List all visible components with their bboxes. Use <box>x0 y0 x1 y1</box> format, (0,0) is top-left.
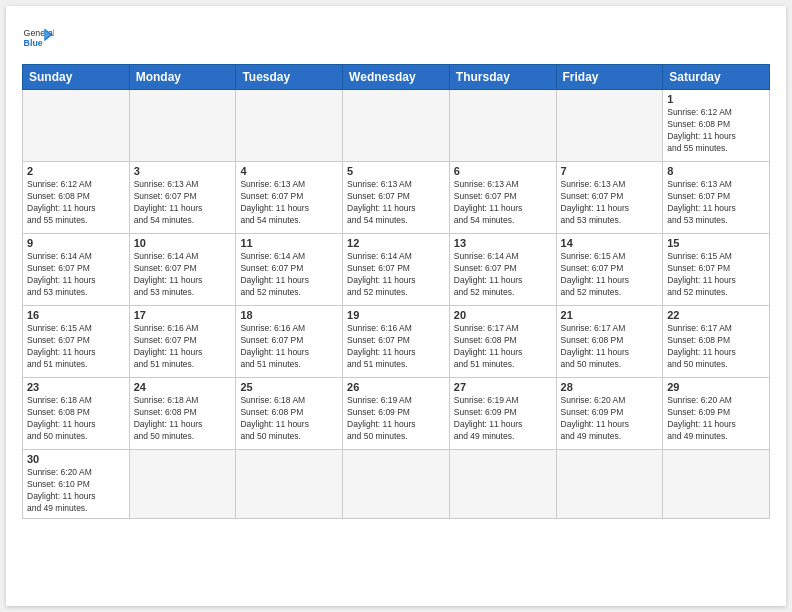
calendar-cell: 29Sunrise: 6:20 AM Sunset: 6:09 PM Dayli… <box>663 378 770 450</box>
day-number: 9 <box>27 237 125 249</box>
calendar-cell <box>556 90 663 162</box>
day-number: 18 <box>240 309 338 321</box>
calendar-cell <box>343 450 450 519</box>
day-info: Sunrise: 6:14 AM Sunset: 6:07 PM Dayligh… <box>347 251 445 299</box>
day-number: 3 <box>134 165 232 177</box>
calendar-cell: 13Sunrise: 6:14 AM Sunset: 6:07 PM Dayli… <box>449 234 556 306</box>
calendar-cell: 16Sunrise: 6:15 AM Sunset: 6:07 PM Dayli… <box>23 306 130 378</box>
day-info: Sunrise: 6:20 AM Sunset: 6:09 PM Dayligh… <box>561 395 659 443</box>
calendar-cell <box>449 90 556 162</box>
calendar-cell: 15Sunrise: 6:15 AM Sunset: 6:07 PM Dayli… <box>663 234 770 306</box>
calendar-cell <box>236 90 343 162</box>
calendar-cell <box>663 450 770 519</box>
calendar-cell <box>343 90 450 162</box>
day-info: Sunrise: 6:17 AM Sunset: 6:08 PM Dayligh… <box>667 323 765 371</box>
calendar-week-row: 16Sunrise: 6:15 AM Sunset: 6:07 PM Dayli… <box>23 306 770 378</box>
logo-icon: General Blue <box>22 22 54 54</box>
calendar-week-row: 1Sunrise: 6:12 AM Sunset: 6:08 PM Daylig… <box>23 90 770 162</box>
calendar-cell: 17Sunrise: 6:16 AM Sunset: 6:07 PM Dayli… <box>129 306 236 378</box>
day-info: Sunrise: 6:19 AM Sunset: 6:09 PM Dayligh… <box>454 395 552 443</box>
calendar-cell: 9Sunrise: 6:14 AM Sunset: 6:07 PM Daylig… <box>23 234 130 306</box>
day-info: Sunrise: 6:14 AM Sunset: 6:07 PM Dayligh… <box>240 251 338 299</box>
calendar-cell: 21Sunrise: 6:17 AM Sunset: 6:08 PM Dayli… <box>556 306 663 378</box>
calendar-cell: 18Sunrise: 6:16 AM Sunset: 6:07 PM Dayli… <box>236 306 343 378</box>
day-info: Sunrise: 6:18 AM Sunset: 6:08 PM Dayligh… <box>27 395 125 443</box>
svg-text:Blue: Blue <box>24 38 43 48</box>
day-info: Sunrise: 6:18 AM Sunset: 6:08 PM Dayligh… <box>134 395 232 443</box>
day-number: 10 <box>134 237 232 249</box>
day-number: 17 <box>134 309 232 321</box>
calendar-cell: 30Sunrise: 6:20 AM Sunset: 6:10 PM Dayli… <box>23 450 130 519</box>
day-info: Sunrise: 6:13 AM Sunset: 6:07 PM Dayligh… <box>561 179 659 227</box>
weekday-thursday: Thursday <box>449 65 556 90</box>
day-number: 26 <box>347 381 445 393</box>
day-number: 6 <box>454 165 552 177</box>
day-number: 5 <box>347 165 445 177</box>
day-info: Sunrise: 6:14 AM Sunset: 6:07 PM Dayligh… <box>27 251 125 299</box>
calendar-cell <box>449 450 556 519</box>
calendar-cell: 11Sunrise: 6:14 AM Sunset: 6:07 PM Dayli… <box>236 234 343 306</box>
day-number: 8 <box>667 165 765 177</box>
calendar-cell: 12Sunrise: 6:14 AM Sunset: 6:07 PM Dayli… <box>343 234 450 306</box>
calendar-cell: 5Sunrise: 6:13 AM Sunset: 6:07 PM Daylig… <box>343 162 450 234</box>
calendar-cell: 19Sunrise: 6:16 AM Sunset: 6:07 PM Dayli… <box>343 306 450 378</box>
weekday-tuesday: Tuesday <box>236 65 343 90</box>
calendar-cell: 25Sunrise: 6:18 AM Sunset: 6:08 PM Dayli… <box>236 378 343 450</box>
day-number: 20 <box>454 309 552 321</box>
day-info: Sunrise: 6:14 AM Sunset: 6:07 PM Dayligh… <box>134 251 232 299</box>
weekday-sunday: Sunday <box>23 65 130 90</box>
day-info: Sunrise: 6:20 AM Sunset: 6:10 PM Dayligh… <box>27 467 125 515</box>
calendar-cell: 1Sunrise: 6:12 AM Sunset: 6:08 PM Daylig… <box>663 90 770 162</box>
day-info: Sunrise: 6:14 AM Sunset: 6:07 PM Dayligh… <box>454 251 552 299</box>
calendar-cell: 27Sunrise: 6:19 AM Sunset: 6:09 PM Dayli… <box>449 378 556 450</box>
day-number: 28 <box>561 381 659 393</box>
calendar-page: General Blue SundayMondayTuesdayWednesda… <box>6 6 786 606</box>
day-info: Sunrise: 6:16 AM Sunset: 6:07 PM Dayligh… <box>134 323 232 371</box>
calendar-cell: 26Sunrise: 6:19 AM Sunset: 6:09 PM Dayli… <box>343 378 450 450</box>
calendar-week-row: 30Sunrise: 6:20 AM Sunset: 6:10 PM Dayli… <box>23 450 770 519</box>
calendar-cell: 28Sunrise: 6:20 AM Sunset: 6:09 PM Dayli… <box>556 378 663 450</box>
calendar-cell <box>129 450 236 519</box>
header: General Blue <box>22 22 770 54</box>
day-info: Sunrise: 6:20 AM Sunset: 6:09 PM Dayligh… <box>667 395 765 443</box>
calendar-cell: 6Sunrise: 6:13 AM Sunset: 6:07 PM Daylig… <box>449 162 556 234</box>
calendar-cell: 20Sunrise: 6:17 AM Sunset: 6:08 PM Dayli… <box>449 306 556 378</box>
day-number: 25 <box>240 381 338 393</box>
day-number: 2 <box>27 165 125 177</box>
calendar-cell <box>23 90 130 162</box>
calendar-cell: 24Sunrise: 6:18 AM Sunset: 6:08 PM Dayli… <box>129 378 236 450</box>
day-info: Sunrise: 6:17 AM Sunset: 6:08 PM Dayligh… <box>454 323 552 371</box>
day-info: Sunrise: 6:15 AM Sunset: 6:07 PM Dayligh… <box>561 251 659 299</box>
weekday-monday: Monday <box>129 65 236 90</box>
calendar-cell: 2Sunrise: 6:12 AM Sunset: 6:08 PM Daylig… <box>23 162 130 234</box>
day-info: Sunrise: 6:19 AM Sunset: 6:09 PM Dayligh… <box>347 395 445 443</box>
weekday-friday: Friday <box>556 65 663 90</box>
day-info: Sunrise: 6:13 AM Sunset: 6:07 PM Dayligh… <box>240 179 338 227</box>
weekday-wednesday: Wednesday <box>343 65 450 90</box>
calendar-cell <box>236 450 343 519</box>
day-info: Sunrise: 6:15 AM Sunset: 6:07 PM Dayligh… <box>667 251 765 299</box>
day-number: 23 <box>27 381 125 393</box>
day-number: 15 <box>667 237 765 249</box>
day-info: Sunrise: 6:16 AM Sunset: 6:07 PM Dayligh… <box>347 323 445 371</box>
calendar-cell: 7Sunrise: 6:13 AM Sunset: 6:07 PM Daylig… <box>556 162 663 234</box>
day-number: 21 <box>561 309 659 321</box>
day-info: Sunrise: 6:13 AM Sunset: 6:07 PM Dayligh… <box>667 179 765 227</box>
day-number: 30 <box>27 453 125 465</box>
day-info: Sunrise: 6:13 AM Sunset: 6:07 PM Dayligh… <box>134 179 232 227</box>
day-info: Sunrise: 6:17 AM Sunset: 6:08 PM Dayligh… <box>561 323 659 371</box>
weekday-header-row: SundayMondayTuesdayWednesdayThursdayFrid… <box>23 65 770 90</box>
calendar-cell: 4Sunrise: 6:13 AM Sunset: 6:07 PM Daylig… <box>236 162 343 234</box>
day-number: 7 <box>561 165 659 177</box>
calendar-cell: 22Sunrise: 6:17 AM Sunset: 6:08 PM Dayli… <box>663 306 770 378</box>
day-number: 12 <box>347 237 445 249</box>
calendar-table: SundayMondayTuesdayWednesdayThursdayFrid… <box>22 64 770 519</box>
calendar-week-row: 2Sunrise: 6:12 AM Sunset: 6:08 PM Daylig… <box>23 162 770 234</box>
day-number: 1 <box>667 93 765 105</box>
day-number: 27 <box>454 381 552 393</box>
day-info: Sunrise: 6:15 AM Sunset: 6:07 PM Dayligh… <box>27 323 125 371</box>
day-info: Sunrise: 6:13 AM Sunset: 6:07 PM Dayligh… <box>347 179 445 227</box>
calendar-cell <box>129 90 236 162</box>
day-number: 24 <box>134 381 232 393</box>
day-info: Sunrise: 6:12 AM Sunset: 6:08 PM Dayligh… <box>667 107 765 155</box>
